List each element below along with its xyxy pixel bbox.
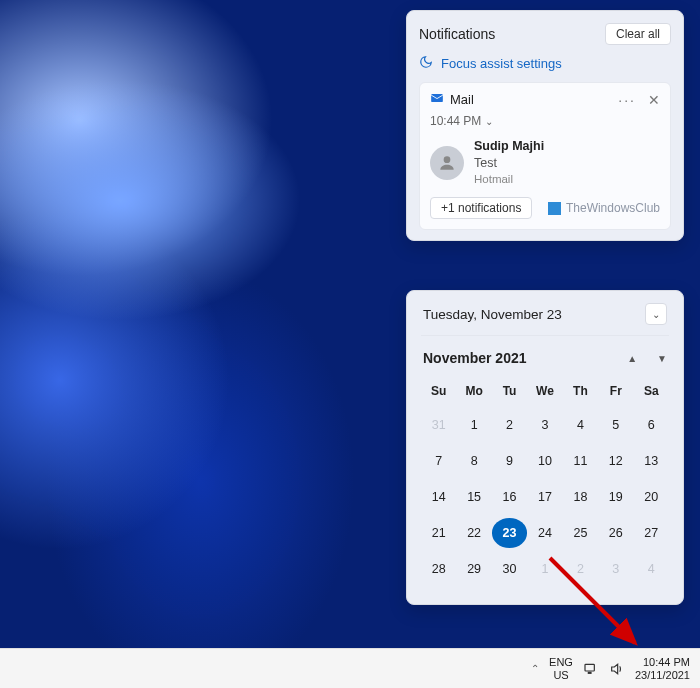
taskbar-clock[interactable]: 10:44 PM 23/11/2021 xyxy=(635,656,690,680)
calendar-day[interactable]: 3 xyxy=(598,554,633,584)
calendar-weekday: Fr xyxy=(598,384,633,404)
notification-sender: Sudip Majhi xyxy=(474,138,544,155)
moon-icon xyxy=(419,55,433,72)
notification-subject: Test xyxy=(474,155,544,172)
calendar-day[interactable]: 18 xyxy=(563,482,598,512)
svg-point-1 xyxy=(444,156,451,163)
calendar-weekday: Mo xyxy=(456,384,491,404)
volume-icon[interactable] xyxy=(609,661,625,677)
calendar-day[interactable]: 6 xyxy=(634,410,669,440)
calendar-day[interactable]: 27 xyxy=(634,518,669,548)
calendar-day[interactable]: 17 xyxy=(527,482,562,512)
avatar xyxy=(430,146,464,180)
notification-more-icon[interactable]: ··· xyxy=(618,92,636,108)
notification-card[interactable]: Mail ··· ✕ 10:44 PM ⌄ Sudip Majhi Test H… xyxy=(419,82,671,230)
calendar-day[interactable]: 20 xyxy=(634,482,669,512)
calendar-day[interactable]: 29 xyxy=(456,554,491,584)
mail-icon xyxy=(430,91,444,108)
calendar-collapse-button[interactable]: ⌄ xyxy=(645,303,667,325)
calendar-day[interactable]: 23 xyxy=(492,518,527,548)
calendar-day[interactable]: 1 xyxy=(456,410,491,440)
clock-date: 23/11/2021 xyxy=(635,669,690,681)
notifications-panel: Notifications Clear all Focus assist set… xyxy=(406,10,684,241)
tray-icons[interactable] xyxy=(583,661,625,677)
calendar-day[interactable]: 13 xyxy=(634,446,669,476)
calendar-day[interactable]: 26 xyxy=(598,518,633,548)
calendar-day[interactable]: 31 xyxy=(421,410,456,440)
calendar-day[interactable]: 3 xyxy=(527,410,562,440)
notification-time: 10:44 PM xyxy=(430,114,481,128)
calendar-weekday: Tu xyxy=(492,384,527,404)
svg-rect-4 xyxy=(588,672,591,673)
calendar-day[interactable]: 11 xyxy=(563,446,598,476)
calendar-day[interactable]: 19 xyxy=(598,482,633,512)
tray-overflow-icon[interactable]: ⌃ xyxy=(531,663,539,674)
calendar-day[interactable]: 24 xyxy=(527,518,562,548)
calendar-day[interactable]: 7 xyxy=(421,446,456,476)
calendar-day[interactable]: 25 xyxy=(563,518,598,548)
calendar-day[interactable]: 30 xyxy=(492,554,527,584)
calendar-day[interactable]: 9 xyxy=(492,446,527,476)
calendar-day[interactable]: 14 xyxy=(421,482,456,512)
calendar-weekday: Th xyxy=(563,384,598,404)
svg-rect-3 xyxy=(585,664,594,671)
language-indicator[interactable]: ENG US xyxy=(549,656,573,680)
calendar-grid: SuMoTuWeThFrSa 3112345678910111213141516… xyxy=(421,378,669,590)
calendar-weekday: Sa xyxy=(634,384,669,404)
focus-assist-label: Focus assist settings xyxy=(441,56,562,71)
calendar-day[interactable]: 12 xyxy=(598,446,633,476)
calendar-prev-month-icon[interactable]: ▲ xyxy=(627,353,637,364)
calendar-day[interactable]: 28 xyxy=(421,554,456,584)
chevron-down-icon[interactable]: ⌄ xyxy=(485,116,493,127)
clear-all-button[interactable]: Clear all xyxy=(605,23,671,45)
calendar-day[interactable]: 21 xyxy=(421,518,456,548)
calendar-header-date[interactable]: Tuesday, November 23 xyxy=(423,307,562,322)
calendar-day[interactable]: 8 xyxy=(456,446,491,476)
calendar-next-month-icon[interactable]: ▼ xyxy=(657,353,667,364)
calendar-day[interactable]: 10 xyxy=(527,446,562,476)
notification-account: Hotmail xyxy=(474,172,544,188)
language-bottom: US xyxy=(549,669,573,681)
calendar-weekday: Su xyxy=(421,384,456,404)
calendar-day[interactable]: 4 xyxy=(563,410,598,440)
calendar-day[interactable]: 2 xyxy=(492,410,527,440)
calendar-day[interactable]: 1 xyxy=(527,554,562,584)
calendar-day[interactable]: 4 xyxy=(634,554,669,584)
notification-app-name: Mail xyxy=(450,92,474,107)
watermark-icon xyxy=(548,202,561,215)
calendar-day[interactable]: 5 xyxy=(598,410,633,440)
calendar-day[interactable]: 2 xyxy=(563,554,598,584)
notifications-title: Notifications xyxy=(419,26,495,42)
calendar-day[interactable]: 15 xyxy=(456,482,491,512)
taskbar: ⌃ ENG US 10:44 PM 23/11/2021 xyxy=(0,648,700,688)
language-top: ENG xyxy=(549,656,573,668)
calendar-day[interactable]: 22 xyxy=(456,518,491,548)
focus-assist-link[interactable]: Focus assist settings xyxy=(419,55,671,72)
notification-close-icon[interactable]: ✕ xyxy=(648,92,660,108)
calendar-weekday: We xyxy=(527,384,562,404)
watermark-text: TheWindowsClub xyxy=(566,201,660,215)
calendar-day[interactable]: 16 xyxy=(492,482,527,512)
svg-rect-0 xyxy=(431,94,443,102)
clock-time: 10:44 PM xyxy=(635,656,690,668)
calendar-panel: Tuesday, November 23 ⌄ November 2021 ▲ ▼… xyxy=(406,290,684,605)
calendar-month-label[interactable]: November 2021 xyxy=(423,350,527,366)
network-icon[interactable] xyxy=(583,661,599,677)
watermark: TheWindowsClub xyxy=(548,201,660,215)
more-notifications-button[interactable]: +1 notifications xyxy=(430,197,532,219)
